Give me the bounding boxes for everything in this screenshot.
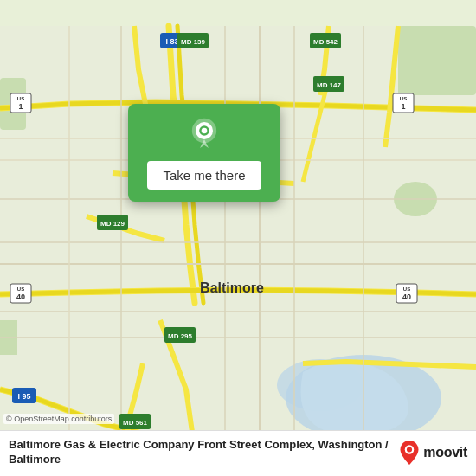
take-me-there-button[interactable]: Take me there [147,161,261,190]
svg-text:US: US [17,286,24,292]
bottom-bar: Baltimore Gas & Electric Company Front S… [0,430,476,476]
svg-point-54 [202,128,208,134]
location-popup: Take me there [128,104,280,202]
svg-text:US: US [403,286,410,292]
svg-text:US: US [400,96,407,101]
svg-text:MD 561: MD 561 [123,419,148,427]
svg-text:MD 542: MD 542 [313,38,338,46]
map-background: I 83 I 83 MD 139 MD 542 US 1 US 1 MD 147… [0,0,476,476]
moovit-logo: moovit [399,441,467,465]
svg-text:MD 147: MD 147 [317,81,342,89]
location-pin-icon [187,118,222,152]
svg-text:1: 1 [401,102,405,111]
svg-text:I 83: I 83 [165,37,178,46]
svg-text:40: 40 [402,293,411,301]
svg-text:MD 295: MD 295 [168,332,193,340]
location-info: Baltimore Gas & Electric Company Front S… [9,438,390,467]
svg-text:I 95: I 95 [17,392,30,401]
moovit-brand-name: moovit [423,445,467,460]
map-attribution: © OpenStreetMap contributors [3,414,114,424]
svg-rect-3 [398,26,476,95]
svg-text:1: 1 [18,102,23,111]
svg-text:MD 139: MD 139 [181,38,206,46]
location-title: Baltimore Gas & Electric Company Front S… [9,438,390,467]
map-container: I 83 I 83 MD 139 MD 542 US 1 US 1 MD 147… [0,0,476,476]
attribution-text: © OpenStreetMap contributors [6,415,112,423]
moovit-pin-icon [399,441,420,465]
svg-text:Baltimore: Baltimore [200,280,264,295]
svg-text:40: 40 [16,293,25,301]
svg-text:US: US [17,96,24,101]
svg-point-56 [407,447,412,453]
svg-text:MD 129: MD 129 [100,220,125,228]
